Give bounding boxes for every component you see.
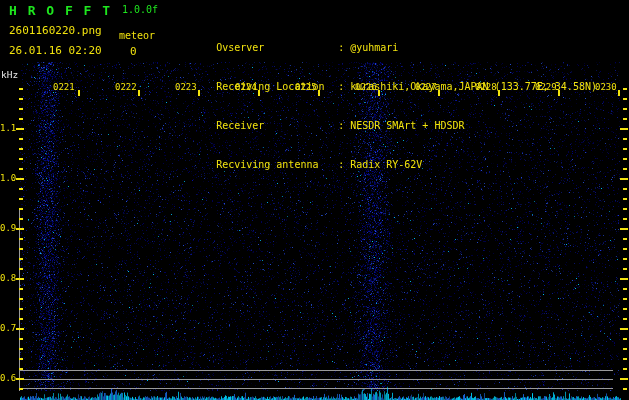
hrofft-window: H R O F F T 1.0.0f 2601160220.png meteor… [0, 0, 629, 400]
info-row-antenna: Recviving antenna:Radix RY-62V [180, 145, 597, 158]
info-value: Radix RY-62V [350, 159, 422, 170]
info-value: NESDR SMArt + HDSDR [350, 120, 464, 131]
app-title: H R O F F T [9, 3, 112, 18]
meteor-count-value: 0 [130, 45, 137, 58]
time-label-0224: 0224 [235, 82, 257, 92]
time-label-0223: 0223 [175, 82, 197, 92]
info-label: Ovserver [216, 41, 338, 54]
time-label-0230: 0230 [595, 82, 617, 92]
info-value: @yuhmari [350, 42, 398, 53]
info-colon: : [338, 158, 350, 171]
meteor-counter-label: meteor [119, 30, 155, 41]
info-row-observer: Ovserver:@yuhmari [180, 28, 597, 41]
freq-label-0_8: 0.8 [0, 273, 16, 283]
time-label-0225: 0225 [295, 82, 317, 92]
app-version: 1.0.0f [122, 4, 158, 15]
freq-label-1_0: 1.0 [0, 173, 16, 183]
filename-label: 2601160220.png [9, 24, 102, 37]
time-label-0228: 0228 [475, 82, 497, 92]
freq-label-0_9: 0.9 [0, 223, 16, 233]
y-axis-unit-label: kHz [1, 69, 18, 80]
observer-info-block: Ovserver:@yuhmari Receiving Location:kur… [180, 2, 597, 184]
time-label-0226: 0226 [355, 82, 377, 92]
info-row-receiver: Receiver:NESDR SMArt + HDSDR [180, 106, 597, 119]
time-label-0221: 0221 [53, 82, 75, 92]
time-label-0222: 0222 [115, 82, 137, 92]
freq-label-0_7: 0.7 [0, 323, 16, 333]
info-value: kurashiki,Okayama,JAPAN (133.77E, 34.58N… [350, 81, 597, 92]
time-label-0227: 0227 [415, 82, 437, 92]
freq-label-0_6: 0.6 [0, 373, 16, 383]
info-label: Recviving antenna [216, 158, 338, 171]
info-label: Receiver [216, 119, 338, 132]
time-label-0229: 0229 [535, 82, 557, 92]
timestamp-label: 26.01.16 02:20 [9, 44, 102, 57]
freq-label-1_1: 1.1 [0, 123, 16, 133]
info-colon: : [338, 119, 350, 132]
info-colon: : [338, 80, 350, 93]
info-colon: : [338, 41, 350, 54]
info-row-location: Receiving Location:kurashiki,Okayama,JAP… [180, 67, 597, 80]
